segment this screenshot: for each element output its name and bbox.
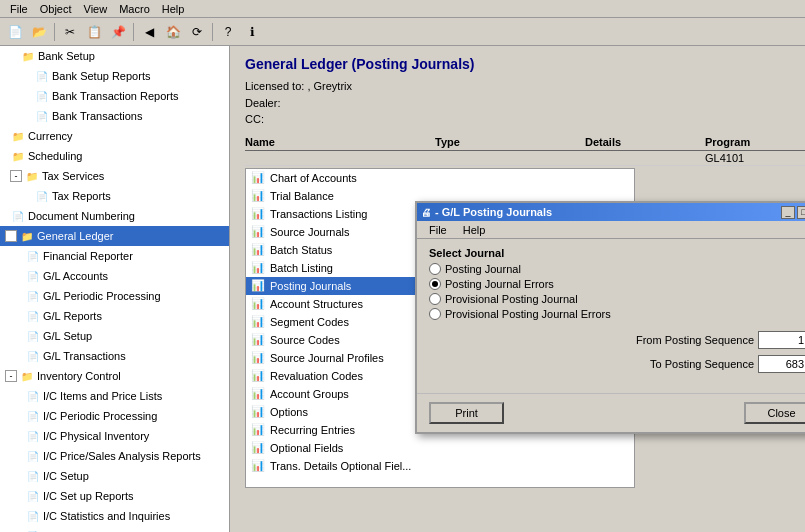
doc-icon: 📄 xyxy=(25,248,41,264)
radio-posting-journal[interactable]: Posting Journal xyxy=(429,263,649,275)
radio-provisional-errors[interactable]: Provisional Posting Journal Errors xyxy=(429,308,649,320)
menu-help[interactable]: Help xyxy=(156,2,191,16)
toolbar-new[interactable]: 📄 xyxy=(4,21,26,43)
sidebar-item-bank-setup[interactable]: 📁 Bank Setup xyxy=(0,46,229,66)
gl-item-trans-details[interactable]: 📊 Trans. Details Optional Fiel... xyxy=(246,457,634,475)
radio-label: Provisional Posting Journal Errors xyxy=(445,308,611,320)
item-icon: 📊 xyxy=(250,206,266,222)
doc-icon: 📄 xyxy=(25,328,41,344)
close-button[interactable]: Close xyxy=(744,402,805,424)
radio-label: Posting Journal Errors xyxy=(445,278,554,290)
sidebar-item-ic-setup-reports[interactable]: 📄 I/C Set up Reports xyxy=(0,486,229,506)
dialog-title-area: 🖨 - G/L Posting Journals xyxy=(421,206,552,218)
dialog-menu-file[interactable]: File xyxy=(421,223,455,237)
item-icon: 📊 xyxy=(250,224,266,240)
license-value: , Greytrix xyxy=(307,80,352,92)
sidebar-item-bank-transaction-reports[interactable]: 📄 Bank Transaction Reports xyxy=(0,86,229,106)
sidebar-item-scheduling[interactable]: 📁 Scheduling xyxy=(0,146,229,166)
sidebar-item-gl-setup[interactable]: 📄 G/L Setup xyxy=(0,326,229,346)
sidebar-item-gl-accounts[interactable]: 📄 G/L Accounts xyxy=(0,266,229,286)
toolbar-paste[interactable]: 📌 xyxy=(107,21,129,43)
sidebar-item-ic-setup[interactable]: 📄 I/C Setup xyxy=(0,466,229,486)
sidebar-item-gl-periodic[interactable]: 📄 G/L Periodic Processing xyxy=(0,286,229,306)
doc-icon: 📄 xyxy=(25,508,41,524)
doc-icon: 📄 xyxy=(25,488,41,504)
expand-icon[interactable]: - xyxy=(5,370,17,382)
sidebar-item-ic-statistics[interactable]: 📄 I/C Statistics and Inquiries xyxy=(0,506,229,526)
folder-icon: 📁 xyxy=(20,48,36,64)
item-icon: 📊 xyxy=(250,332,266,348)
doc-icon: 📄 xyxy=(34,188,50,204)
sidebar-item-tax-services[interactable]: - 📁 Tax Services xyxy=(0,166,229,186)
dialog-menu-help[interactable]: Help xyxy=(455,223,494,237)
folder-icon: 📁 xyxy=(19,228,35,244)
sidebar-item-tax-reports[interactable]: 📄 Tax Reports xyxy=(0,186,229,206)
sidebar-item-bank-setup-reports[interactable]: 📄 Bank Setup Reports xyxy=(0,66,229,86)
from-sequence-label: From Posting Sequence xyxy=(624,334,754,346)
to-sequence-row: To Posting Sequence xyxy=(624,355,805,373)
sidebar-item-ic-periodic[interactable]: 📄 I/C Periodic Processing xyxy=(0,406,229,426)
from-sequence-input[interactable] xyxy=(758,331,805,349)
doc-icon: 📄 xyxy=(34,68,50,84)
menu-macro[interactable]: Macro xyxy=(113,2,156,16)
menu-bar: File Object View Macro Help xyxy=(0,0,805,18)
item-icon: 📊 xyxy=(250,242,266,258)
sidebar-item-ic-stock[interactable]: 📄 I/C Stock Control Reports xyxy=(0,526,229,532)
dialog-title: - G/L Posting Journals xyxy=(435,206,552,218)
folder-icon: 📁 xyxy=(10,128,26,144)
sidebar-item-general-ledger[interactable]: - 📁 General Ledger xyxy=(0,226,229,246)
gl-item-chart[interactable]: 📊 Chart of Accounts xyxy=(246,169,634,187)
sidebar-item-doc-numbering[interactable]: 📄 Document Numbering xyxy=(0,206,229,226)
sidebar-item-ic-items[interactable]: 📄 I/C Items and Price Lists xyxy=(0,386,229,406)
sidebar-item-gl-transactions[interactable]: 📄 G/L Transactions xyxy=(0,346,229,366)
radio-posting-journal-errors[interactable]: Posting Journal Errors xyxy=(429,278,649,290)
item-icon: 📊 xyxy=(250,170,266,186)
sidebar-item-inventory-control[interactable]: - 📁 Inventory Control xyxy=(0,366,229,386)
radio-label: Provisional Posting Journal xyxy=(445,293,578,305)
item-icon: 📊 xyxy=(250,440,266,456)
item-icon: 📊 xyxy=(250,458,266,474)
toolbar-copy[interactable]: 📋 xyxy=(83,21,105,43)
sidebar-item-currency[interactable]: 📁 Currency xyxy=(0,126,229,146)
toolbar-refresh[interactable]: ⟳ xyxy=(186,21,208,43)
radio-indicator xyxy=(429,308,441,320)
sidebar-item-financial-reporter[interactable]: 📄 Financial Reporter xyxy=(0,246,229,266)
doc-icon: 📄 xyxy=(25,388,41,404)
menu-object[interactable]: Object xyxy=(34,2,78,16)
from-sequence-row: From Posting Sequence xyxy=(624,331,805,349)
doc-icon: 📄 xyxy=(25,348,41,364)
gl-item-optional-fields[interactable]: 📊 Optional Fields xyxy=(246,439,634,457)
doc-icon: 📄 xyxy=(25,468,41,484)
toolbar-sep2 xyxy=(133,23,134,41)
doc-icon: 📄 xyxy=(10,208,26,224)
dialog-maximize-btn[interactable]: □ xyxy=(797,206,805,219)
radio-provisional-posting[interactable]: Provisional Posting Journal xyxy=(429,293,649,305)
toolbar-help[interactable]: ? xyxy=(217,21,239,43)
dialog-footer: Print Close xyxy=(417,393,805,432)
expand-icon[interactable]: - xyxy=(10,170,22,182)
main-content: General Ledger (Posting Journals) Licens… xyxy=(230,46,805,532)
sidebar-item-ic-physical[interactable]: 📄 I/C Physical Inventory xyxy=(0,426,229,446)
menu-file[interactable]: File xyxy=(4,2,34,16)
toolbar-back[interactable]: ◀ xyxy=(138,21,160,43)
print-button[interactable]: Print xyxy=(429,402,504,424)
toolbar-home[interactable]: 🏠 xyxy=(162,21,184,43)
expand-icon[interactable]: - xyxy=(5,230,17,242)
sidebar-item-ic-price-sales[interactable]: 📄 I/C Price/Sales Analysis Reports xyxy=(0,446,229,466)
to-sequence-input[interactable] xyxy=(758,355,805,373)
sidebar-item-bank-transactions[interactable]: 📄 Bank Transactions xyxy=(0,106,229,126)
col-program: Program xyxy=(705,136,785,148)
doc-icon: 📄 xyxy=(25,448,41,464)
dialog-minimize-btn[interactable]: _ xyxy=(781,206,795,219)
dialog-titlebar: 🖨 - G/L Posting Journals _ □ ✕ xyxy=(417,203,805,221)
item-icon: 📊 xyxy=(250,350,266,366)
dialog-menu: File Help xyxy=(417,221,805,239)
menu-view[interactable]: View xyxy=(78,2,114,16)
radio-indicator xyxy=(429,263,441,275)
toolbar-cut[interactable]: ✂ xyxy=(59,21,81,43)
doc-icon: 📄 xyxy=(34,88,50,104)
col-name: Name xyxy=(245,136,435,148)
toolbar-info[interactable]: ℹ xyxy=(241,21,263,43)
toolbar-open[interactable]: 📂 xyxy=(28,21,50,43)
sidebar-item-gl-reports[interactable]: 📄 G/L Reports xyxy=(0,306,229,326)
